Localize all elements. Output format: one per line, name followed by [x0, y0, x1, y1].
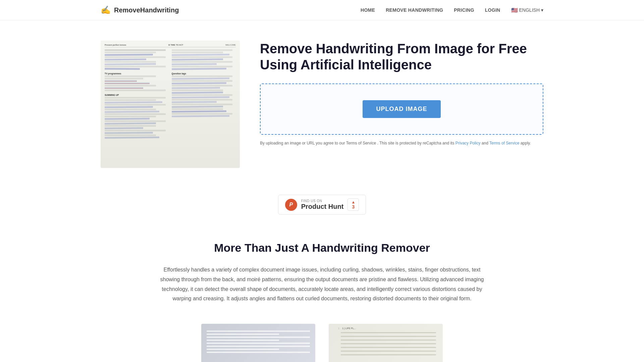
ws-right-col: Question tags	[172, 49, 236, 139]
nav-login[interactable]: LOGIN	[485, 7, 500, 13]
ws-left-col: TV programmes SUMMING UP	[105, 49, 169, 139]
ruled-line	[335, 343, 436, 344]
more-section: More Than Just A Handwriting Remover Eff…	[0, 228, 644, 362]
logo-text: RemoveHandwriting	[114, 6, 179, 14]
terms-text: By uploading an image or URL you agree t…	[260, 140, 543, 146]
ws-tv-title: TV programmes	[105, 72, 169, 75]
hero-right: Remove Handwriting From Image for Free U…	[260, 41, 543, 146]
bottom-image-right: 1 1 | LIFE PL...	[329, 324, 443, 362]
more-title: More Than Just A Handwriting Remover	[101, 241, 543, 254]
upload-area[interactable]: UPLOAD IMAGE	[260, 83, 543, 135]
text-line	[341, 351, 436, 352]
flag-icon: 🇺🇸	[511, 7, 518, 13]
doc-line	[207, 334, 279, 335]
privacy-policy-link[interactable]: Privacy Policy	[455, 141, 481, 145]
text-line	[341, 340, 436, 341]
nav-pricing[interactable]: PRICING	[454, 7, 474, 13]
worksheet-header: Present perfect tenses B TIME TO ACT WEL…	[105, 44, 236, 47]
language-label: ENGLISH	[519, 7, 540, 13]
text-line	[341, 347, 436, 348]
ruled-line	[335, 351, 436, 352]
more-description: Effortlessly handles a variety of comple…	[154, 265, 490, 304]
doc-lines	[207, 330, 310, 353]
doc-line	[207, 349, 279, 350]
doc-line	[207, 337, 310, 338]
worksheet-body: TV programmes SUMMING UP	[105, 49, 236, 139]
nav-home[interactable]: HOME	[361, 7, 375, 13]
upvote-arrow-icon: ▲	[351, 200, 355, 204]
doc-line	[207, 343, 310, 344]
ruled-lines: 1 1 | LIFE PL...	[335, 327, 436, 355]
line-text: 1 | LIFE PL...	[342, 327, 356, 329]
doc-line	[207, 340, 279, 341]
logo[interactable]: ✍️ RemoveHandwriting	[101, 5, 179, 15]
text-line	[341, 354, 436, 355]
doc-line	[207, 346, 310, 347]
ruled-line	[335, 347, 436, 348]
ruled-line: 1 1 | LIFE PL...	[335, 327, 436, 329]
ws-question-tags-title: Question tags	[172, 72, 236, 75]
text-line	[341, 332, 436, 333]
text-line	[341, 336, 436, 337]
bottom-image-left	[201, 324, 315, 362]
terms-of-service-link[interactable]: Terms of Service	[489, 141, 519, 145]
ruled-line	[335, 340, 436, 341]
upvote-count: 3	[352, 204, 355, 209]
logo-icon: ✍️	[101, 5, 111, 15]
ph-upvote-box[interactable]: ▲ 3	[347, 198, 359, 211]
line-number: 1	[335, 327, 339, 329]
nav-links: HOME REMOVE HANDWRITING PRICING LOGIN 🇺🇸…	[361, 7, 543, 13]
hero-image: Present perfect tenses B TIME TO ACT WEL…	[101, 41, 240, 168]
ruled-line	[335, 354, 436, 355]
bottom-images: 1 1 | LIFE PL...	[101, 324, 543, 362]
ruled-line	[335, 336, 436, 337]
nav-remove-handwriting[interactable]: REMOVE HANDWRITING	[386, 7, 443, 13]
chevron-down-icon: ▾	[541, 7, 543, 13]
language-selector[interactable]: 🇺🇸 ENGLISH ▾	[511, 7, 543, 13]
hero-image-container: Present perfect tenses B TIME TO ACT WEL…	[101, 41, 240, 168]
product-hunt-badge[interactable]: P FIND US ON Product Hunt ▲ 3	[278, 195, 366, 215]
product-hunt-logo: P	[285, 199, 297, 211]
ruled-line	[335, 332, 436, 333]
ws-tv-section: TV programmes SUMMING UP	[105, 72, 169, 138]
hero-section: Present perfect tenses B TIME TO ACT WEL…	[0, 20, 644, 188]
product-hunt-section: P FIND US ON Product Hunt ▲ 3	[0, 188, 644, 228]
worksheet-background: Present perfect tenses B TIME TO ACT WEL…	[101, 41, 240, 168]
navbar: ✍️ RemoveHandwriting HOME REMOVE HANDWRI…	[0, 0, 644, 20]
product-hunt-text: FIND US ON Product Hunt	[301, 199, 344, 210]
text-line	[341, 343, 436, 344]
ph-name: Product Hunt	[301, 203, 344, 210]
doc-line	[207, 330, 310, 332]
ws-summing-title: SUMMING UP	[105, 94, 169, 96]
hero-title: Remove Handwriting From Image for Free U…	[260, 41, 543, 73]
doc-line	[207, 352, 310, 353]
ph-find-label: FIND US ON	[301, 199, 344, 203]
upload-button[interactable]: UPLOAD IMAGE	[363, 100, 440, 118]
